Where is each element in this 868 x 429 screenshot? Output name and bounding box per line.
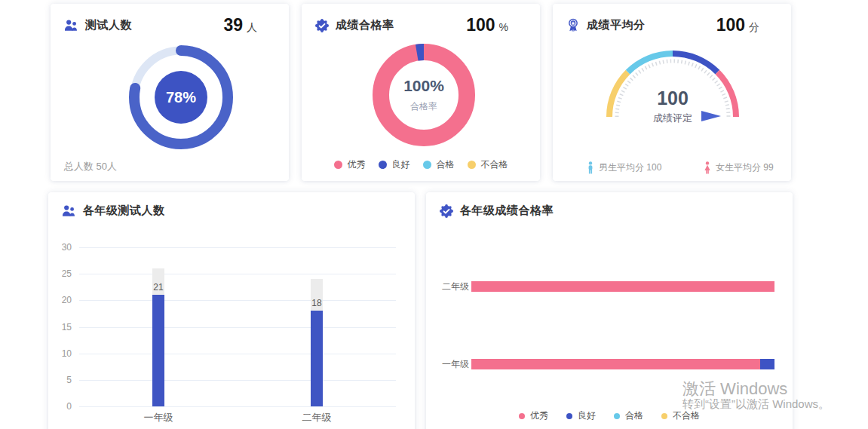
female-average-item: 女生平均分 99 [704, 161, 774, 174]
legend-dot-icon [334, 161, 342, 169]
legend-item[interactable]: 良好 [379, 158, 410, 171]
avg-score-value: 100 [716, 15, 745, 35]
people-icon [64, 19, 78, 32]
bar [152, 295, 164, 406]
y-axis-tick-label: 25 [48, 268, 72, 279]
tested-percent-overlay: 78% [121, 37, 241, 158]
gauge-value: 100 [597, 87, 748, 109]
female-average-text: 女生平均分 99 [716, 161, 774, 174]
legend-label: 良好 [578, 409, 596, 422]
y-axis-category-label: 一年级 [426, 359, 469, 369]
bar-segment [471, 281, 774, 292]
bar-segment [760, 359, 774, 369]
card-title: 成绩平均分 [587, 18, 646, 32]
y-axis-tick-label: 10 [48, 348, 72, 359]
y-axis-category-label: 二年级 [426, 281, 469, 292]
card-title: 测试人数 [85, 18, 132, 32]
legend-dot-icon [614, 413, 620, 419]
legend-dot-icon [468, 161, 476, 169]
card-avg-score: 成绩平均分 100 分 100 成绩评定 男生平均分 100 女生平均分 99 [553, 4, 791, 181]
legend-label: 优秀 [530, 409, 548, 422]
y-axis-tick-label: 20 [48, 295, 72, 305]
legend-label: 优秀 [348, 158, 366, 171]
male-average-item: 男生平均分 100 [587, 161, 661, 174]
card-grade-count: 各年级测试人数 05101520253021一年级18二年级 [48, 192, 415, 429]
legend-label: 良好 [392, 158, 410, 171]
gridline [79, 300, 396, 301]
pass-rate-center: 100% 合格率 [360, 31, 488, 159]
x-axis-category-label: 二年级 [294, 411, 339, 424]
stacked-bar [471, 359, 774, 369]
windows-activation-watermark-subtitle: 转到“设置”以激活 Windows。 [682, 397, 830, 412]
legend-label: 合格 [625, 409, 643, 422]
stacked-bar [471, 281, 774, 292]
y-axis-tick-label: 0 [48, 401, 72, 412]
male-icon [587, 161, 594, 174]
legend-item[interactable]: 优秀 [334, 158, 366, 171]
legend-item[interactable]: 合格 [614, 409, 643, 422]
gridline [79, 406, 396, 407]
bar-value-label: 21 [143, 282, 173, 293]
pass-rate-center-value: 100% [403, 77, 444, 95]
avg-score-unit: 分 [749, 21, 759, 35]
y-axis-tick-label: 15 [48, 322, 72, 332]
female-icon [704, 161, 711, 174]
gridline [79, 327, 396, 328]
legend-dot-icon [519, 413, 525, 419]
bar-segment [471, 359, 760, 369]
test-count-value: 39 [223, 15, 243, 35]
y-axis-tick-label: 5 [48, 375, 72, 385]
legend-item[interactable]: 优秀 [519, 409, 548, 422]
y-axis-tick-label: 30 [48, 242, 72, 253]
badge-check-icon [315, 19, 329, 32]
legend-item[interactable]: 良好 [566, 409, 596, 422]
legend-item[interactable]: 不合格 [468, 158, 508, 171]
dashboard-page: { "cards": { "test_count": { "title": "测… [0, 0, 868, 429]
test-count-unit: 人 [247, 21, 257, 35]
total-people-note: 总人数 50人 [64, 160, 117, 173]
pass-rate-center-label: 合格率 [410, 100, 437, 113]
card-test-count: 测试人数 39 人 78% 总人数 50人 [51, 4, 289, 181]
legend-dot-icon [661, 413, 667, 419]
grade-count-plot: 05101520253021一年级18二年级 [48, 192, 415, 429]
medal-icon [566, 18, 580, 32]
tested-percent-text: 78% [166, 89, 196, 106]
gauge-label: 成绩评定 [597, 112, 748, 125]
bar-value-label: 18 [302, 298, 332, 308]
gridline [79, 354, 396, 354]
pass-rate-unit: % [499, 21, 508, 33]
legend-label: 合格 [437, 158, 455, 171]
male-average-text: 男生平均分 100 [599, 161, 661, 174]
gridline [79, 247, 396, 248]
legend-dot-icon [566, 413, 572, 419]
legend-dot-icon [423, 161, 431, 169]
card-test-count-header: 测试人数 39 人 [51, 4, 289, 35]
legend-dot-icon [379, 161, 387, 169]
x-axis-category-label: 一年级 [136, 411, 181, 424]
legend-item[interactable]: 合格 [423, 158, 455, 171]
gridline [79, 380, 396, 381]
legend-label: 不合格 [481, 158, 508, 171]
bar [311, 311, 323, 406]
pass-rate-legend: 优秀良好合格不合格 [302, 158, 540, 171]
card-pass-rate: 成绩合格率 100 % 100% 合格率 优秀良好合格不合格 [302, 4, 540, 181]
gridline [79, 274, 396, 274]
card-avg-score-header: 成绩平均分 100 分 [553, 4, 791, 35]
